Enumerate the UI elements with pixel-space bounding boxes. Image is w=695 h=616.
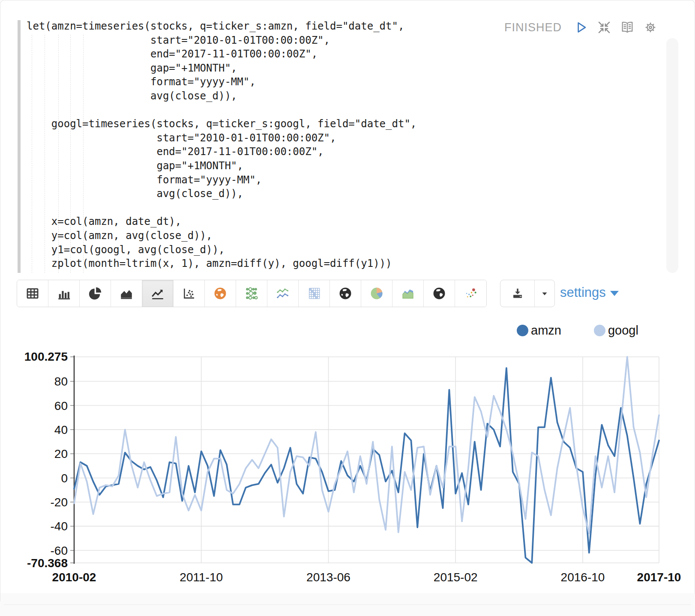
globe-dark-2-icon[interactable] bbox=[424, 280, 455, 307]
run-icon[interactable] bbox=[574, 20, 588, 35]
scatter-plot-icon[interactable] bbox=[174, 280, 205, 307]
gear-icon[interactable] bbox=[643, 20, 658, 35]
settings-label: settings bbox=[560, 285, 606, 300]
line-chart-icon[interactable] bbox=[142, 280, 174, 307]
grid-heatmap-icon[interactable] bbox=[299, 280, 330, 307]
svg-text:2010-02: 2010-02 bbox=[52, 571, 96, 584]
svg-text:2011-10: 2011-10 bbox=[180, 571, 223, 584]
code-text[interactable]: let(amzn=timeseries(stocks, q=ticker_s:a… bbox=[27, 19, 416, 271]
globe-dark-icon[interactable] bbox=[330, 280, 361, 307]
line-chart: amzn googl 100.275806040200-20-40-60-70.… bbox=[0, 317, 695, 595]
multi-line-icon[interactable] bbox=[267, 280, 299, 307]
svg-text:0: 0 bbox=[61, 472, 68, 485]
download-button[interactable] bbox=[500, 280, 535, 307]
collapse-icon[interactable] bbox=[597, 20, 611, 35]
code-editor: let(amzn=timeseries(stocks, q=ticker_s:a… bbox=[0, 0, 695, 277]
scatter-colored-icon[interactable] bbox=[455, 280, 486, 307]
table-icon[interactable] bbox=[17, 280, 48, 307]
svg-text:-20: -20 bbox=[51, 496, 68, 509]
globe-orange-icon[interactable] bbox=[205, 280, 236, 307]
svg-text:80: 80 bbox=[54, 375, 68, 388]
svg-text:2016-10: 2016-10 bbox=[561, 571, 605, 584]
download-split-button bbox=[500, 280, 555, 307]
svg-text:2015-02: 2015-02 bbox=[434, 571, 478, 584]
chart-type-group bbox=[17, 280, 487, 307]
settings-dropdown[interactable]: settings bbox=[560, 285, 619, 300]
paragraph-controls: FINISHED bbox=[504, 20, 658, 35]
svg-text:2013-06: 2013-06 bbox=[306, 571, 350, 584]
paragraph-footer-gap bbox=[0, 593, 695, 604]
svg-text:20: 20 bbox=[54, 447, 68, 461]
book-icon[interactable] bbox=[620, 20, 635, 35]
svg-text:-70.368: -70.368 bbox=[27, 556, 68, 570]
download-caret-button[interactable] bbox=[535, 280, 554, 307]
svg-text:100.275: 100.275 bbox=[24, 350, 68, 363]
area-colored-icon[interactable] bbox=[392, 280, 424, 307]
editor-gutter-bar bbox=[18, 20, 21, 273]
svg-text:60: 60 bbox=[54, 399, 68, 413]
svg-text:-60: -60 bbox=[51, 544, 68, 557]
notebook-paragraph-card: let(amzn=timeseries(stocks, q=ticker_s:a… bbox=[0, 0, 695, 605]
svg-text:-40: -40 bbox=[51, 520, 68, 533]
status-badge: FINISHED bbox=[504, 21, 562, 34]
chevron-down-icon bbox=[610, 291, 619, 296]
bubble-matrix-icon[interactable] bbox=[236, 280, 267, 307]
pie-colored-icon[interactable] bbox=[361, 280, 392, 307]
visualization-toolbar: settings bbox=[17, 280, 685, 308]
chart-canvas: 100.275806040200-20-40-60-70.3682010-022… bbox=[0, 317, 695, 595]
editor-scrollbar[interactable] bbox=[666, 38, 678, 273]
area-chart-icon[interactable] bbox=[111, 280, 142, 307]
bar-chart-icon[interactable] bbox=[48, 280, 80, 307]
pie-chart-icon[interactable] bbox=[80, 280, 111, 307]
svg-text:40: 40 bbox=[54, 423, 68, 437]
svg-text:2017-10: 2017-10 bbox=[637, 571, 681, 584]
